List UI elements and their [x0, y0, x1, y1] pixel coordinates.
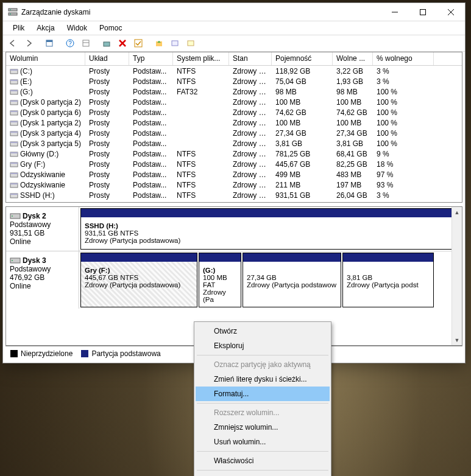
col-uklad[interactable]: Układ	[85, 52, 129, 65]
disk2-label: Dysk 2	[23, 212, 46, 220]
svg-rect-22	[10, 69, 18, 71]
legend-unalloc: Nieprzydzielone	[21, 349, 73, 358]
check-button[interactable]	[131, 36, 146, 51]
disk2-partition[interactable]: SSHD (H:) 931,51 GB NTFS Zdrowy (Partycj…	[80, 208, 461, 250]
view-button[interactable]	[79, 36, 93, 51]
legend-swatch-primary	[81, 350, 88, 357]
col-system[interactable]: System plik...	[173, 52, 229, 65]
table-row[interactable]: (G:)ProstyPodstaw...FAT32Zdrowy (P...98 …	[6, 86, 462, 97]
table-row[interactable]: (Dysk 3 partycja 5)ProstyPodstaw...Zdrow…	[6, 138, 462, 149]
volume-icon	[10, 181, 18, 189]
disk2-p-line3: Zdrowy (Partycja podstawowa)	[85, 237, 180, 244]
volume-icon	[10, 171, 18, 178]
disk3-cap: 476,92 GB	[10, 273, 44, 282]
ctx-mark-active: Oznacz partycję jako aktywną	[196, 357, 330, 372]
volume-icon	[10, 140, 18, 147]
ctx-format[interactable]: Formatuj...	[196, 387, 330, 401]
show-hide-button[interactable]	[42, 36, 57, 51]
menu-akcja[interactable]: Akcja	[30, 22, 60, 34]
close-button[interactable]	[437, 3, 465, 21]
table-row[interactable]: (E:)ProstyPodstaw...NTFSZdrowy (P...75,0…	[6, 76, 462, 86]
volume-icon	[10, 88, 18, 96]
col-typ[interactable]: Typ	[129, 52, 173, 65]
col-procent[interactable]: % wolnego	[373, 52, 434, 65]
action3-button[interactable]	[183, 36, 198, 51]
volume-icon	[10, 150, 18, 158]
volume-icon	[10, 78, 18, 85]
table-row[interactable]: Gry (F:)ProstyPodstaw...NTFSZdrowy (P...…	[6, 159, 462, 169]
col-wolne[interactable]: Wolne ...	[333, 52, 373, 65]
graph-vscrollbar[interactable]: ▲ ▼	[452, 207, 462, 345]
disk3-type: Podstawowy	[10, 265, 51, 273]
disk3-partition-1[interactable]: (G:)100 MB FATZdrowy (Pa	[199, 253, 241, 307]
svg-rect-17	[135, 40, 142, 47]
back-button[interactable]	[5, 36, 20, 51]
ctx-shrink[interactable]: Zmniejsz wolumin...	[196, 420, 330, 435]
toolbar: ?	[3, 35, 465, 52]
svg-rect-30	[10, 111, 18, 112]
ctx-help[interactable]: Pomoc	[196, 472, 330, 476]
ctx-delete[interactable]: Usuń wolumin...	[196, 435, 330, 449]
svg-rect-46	[10, 194, 18, 195]
table-row[interactable]: Główny (D:)ProstyPodstaw...NTFSZdrowy (P…	[6, 149, 462, 159]
menu-widok[interactable]: Widok	[61, 22, 93, 34]
disk2-p-line2: 931,51 GB NTFS	[85, 229, 138, 237]
svg-rect-42	[10, 173, 18, 174]
col-stan[interactable]: Stan	[229, 52, 272, 65]
svg-point-2	[10, 9, 11, 10]
volume-icon	[10, 99, 18, 106]
table-row[interactable]: (Dysk 1 partycja 2)ProstyPodstaw...Zdrow…	[6, 117, 462, 128]
volume-icon	[10, 68, 18, 75]
svg-rect-26	[10, 90, 18, 91]
table-row[interactable]: (C:)ProstyPodstaw...NTFSZdrowy (R...118,…	[6, 66, 462, 76]
disk-management-window: Zarządzanie dyskami Plik Akcja Widok Pom…	[2, 2, 466, 363]
ctx-open[interactable]: Otwórz	[196, 324, 330, 338]
ctx-change-letter[interactable]: Zmień literę dysku i ścieżki...	[196, 372, 330, 387]
minimize-button[interactable]	[381, 3, 409, 21]
action2-button[interactable]	[168, 36, 182, 51]
maximize-button[interactable]	[409, 3, 437, 21]
svg-rect-34	[10, 131, 18, 133]
delete-button[interactable]	[115, 36, 130, 51]
col-pojemnosc[interactable]: Pojemność	[272, 52, 333, 65]
svg-rect-19	[172, 41, 178, 46]
table-row[interactable]: (Dysk 3 partycja 4)ProstyPodstaw...Zdrow…	[6, 128, 462, 138]
disk2-status: Online	[10, 237, 31, 246]
disk3-partition-2[interactable]: 27,34 GBZdrowy (Partycja podstawow	[243, 253, 341, 307]
volume-icon	[10, 192, 18, 199]
menu-plik[interactable]: Plik	[7, 22, 30, 34]
volume-list[interactable]: Wolumin Układ Typ System plik... Stan Po…	[5, 52, 462, 203]
context-menu: Otwórz Eksploruj Oznacz partycję jako ak…	[194, 321, 331, 476]
ctx-extend: Rozszerz wolumin...	[196, 405, 330, 420]
titlebar[interactable]: Zarządzanie dyskami	[3, 3, 465, 21]
ctx-properties[interactable]: Właściwości	[196, 453, 330, 468]
svg-rect-20	[188, 41, 194, 46]
svg-point-3	[10, 13, 11, 15]
volume-icon	[10, 161, 18, 168]
table-row[interactable]: OdzyskiwanieProstyPodstaw...NTFSZdrowy (…	[6, 169, 462, 180]
svg-rect-24	[10, 80, 18, 81]
col-wolumin[interactable]: Wolumin	[6, 52, 85, 65]
disk-icon	[10, 212, 21, 220]
table-row[interactable]: OdzyskiwanieProstyPodstaw...NTFSZdrowy (…	[6, 180, 462, 190]
menu-pomoc[interactable]: Pomoc	[93, 22, 128, 34]
table-row[interactable]: (Dysk 0 partycja 2)ProstyPodstaw...Zdrow…	[6, 97, 462, 107]
svg-point-50	[12, 260, 13, 261]
svg-rect-38	[10, 152, 18, 153]
svg-rect-14	[104, 42, 110, 46]
scroll-up-icon[interactable]: ▲	[453, 207, 462, 217]
ctx-explore[interactable]: Eksploruj	[196, 338, 330, 353]
help-button[interactable]: ?	[63, 36, 77, 51]
table-row[interactable]: (Dysk 0 partycja 6)ProstyPodstaw...Zdrow…	[6, 107, 462, 117]
disk3-label: Dysk 3	[23, 256, 46, 265]
table-row[interactable]: SSHD (H:)ProstyPodstaw...NTFSZdrowy (P..…	[6, 190, 462, 200]
action1-button[interactable]	[152, 36, 166, 51]
forward-button[interactable]	[21, 36, 36, 51]
scroll-down-icon[interactable]: ▼	[453, 335, 462, 345]
settings-button[interactable]	[99, 36, 114, 51]
disk3-partition-0[interactable]: Gry (F:)445,67 GB NTFSZdrowy (Partycja p…	[80, 253, 197, 307]
disk3-status: Online	[10, 282, 31, 290]
svg-rect-9	[46, 40, 52, 42]
disk3-partition-3[interactable]: 3,81 GBZdrowy (Partycja podst	[342, 253, 434, 307]
svg-rect-40	[10, 163, 18, 164]
